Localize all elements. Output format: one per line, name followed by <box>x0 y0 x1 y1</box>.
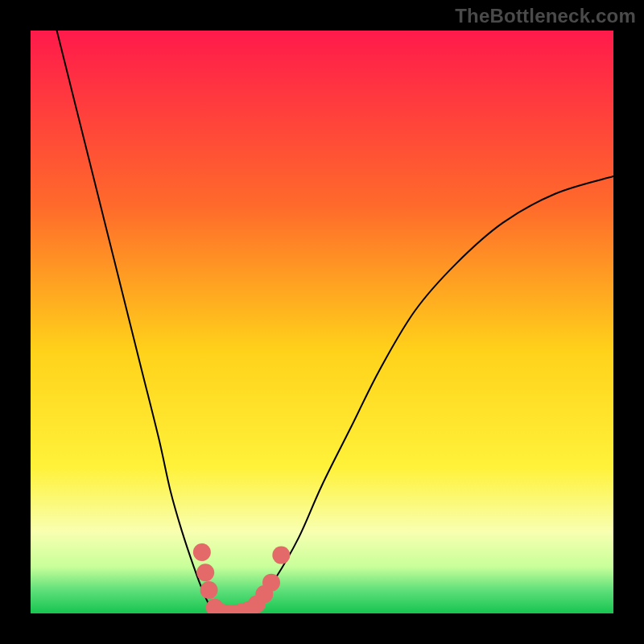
marker-dot <box>200 581 218 599</box>
chart-container: TheBottleneck.com <box>0 0 644 644</box>
marker-dot <box>193 543 211 561</box>
marker-dot <box>196 564 214 581</box>
plot-area <box>31 31 613 613</box>
gradient-background <box>31 31 613 613</box>
marker-dot <box>272 547 290 564</box>
chart-svg <box>31 31 613 613</box>
marker-dot <box>262 574 280 592</box>
attribution-text: TheBottleneck.com <box>455 5 636 27</box>
